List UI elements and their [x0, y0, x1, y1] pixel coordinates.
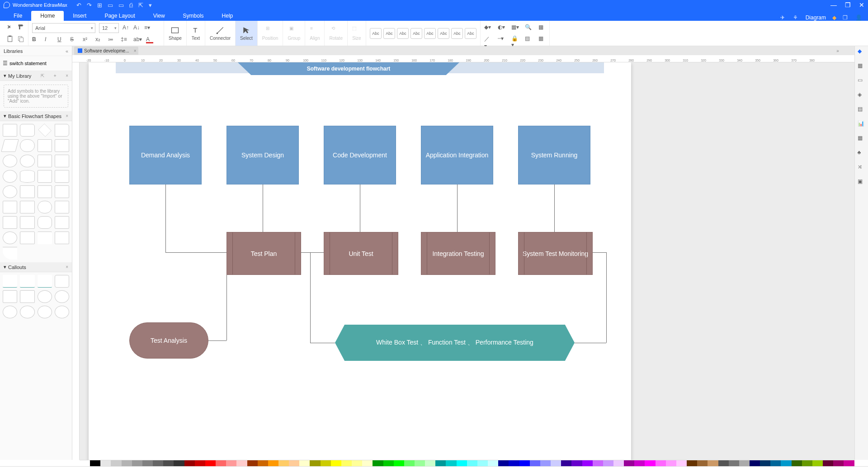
- mylib-close-icon[interactable]: ×: [66, 73, 68, 78]
- sub-test-plan[interactable]: Test Plan: [226, 232, 301, 275]
- layers-icon[interactable]: ▤: [525, 35, 532, 43]
- italic-icon[interactable]: I: [45, 36, 52, 43]
- bullets-icon[interactable]: ≔: [108, 36, 115, 43]
- group-tool[interactable]: ▣Group: [283, 21, 305, 46]
- page[interactable]: Software development flowchart Demand An…: [89, 62, 631, 460]
- user-icon[interactable]: 👤: [855, 14, 862, 21]
- connector[interactable]: [575, 343, 606, 343]
- color-swatch[interactable]: [352, 460, 362, 466]
- shape-item[interactable]: [20, 306, 34, 318]
- shape-item[interactable]: [3, 232, 17, 244]
- color-swatch[interactable]: [195, 460, 205, 466]
- color-swatch[interactable]: [383, 460, 394, 466]
- color-swatch[interactable]: [321, 460, 331, 466]
- image-panel-icon[interactable]: ▭: [858, 77, 866, 85]
- shape-item[interactable]: [20, 155, 34, 167]
- color-swatch[interactable]: [781, 460, 791, 466]
- font-size-select[interactable]: 12: [99, 23, 119, 33]
- color-swatch[interactable]: [205, 460, 216, 466]
- shape-item[interactable]: [38, 123, 52, 137]
- color-swatch[interactable]: [593, 460, 603, 466]
- color-swatch[interactable]: [666, 460, 676, 466]
- format-painter-icon[interactable]: [17, 24, 24, 31]
- decrease-font-icon[interactable]: A↓: [133, 24, 141, 32]
- shape-item[interactable]: [3, 306, 17, 318]
- subscript-icon[interactable]: x₂: [95, 36, 103, 43]
- color-swatch[interactable]: [571, 460, 582, 466]
- shape-item[interactable]: [38, 275, 52, 288]
- shape-item[interactable]: [55, 124, 69, 137]
- color-swatch[interactable]: [739, 460, 750, 466]
- sub-integration-testing[interactable]: Integration Testing: [421, 232, 495, 275]
- shape-item[interactable]: [55, 170, 69, 183]
- connector[interactable]: [165, 252, 226, 253]
- color-swatch[interactable]: [540, 460, 551, 466]
- connector[interactable]: [208, 340, 226, 341]
- color-swatch[interactable]: [498, 460, 509, 466]
- color-swatch[interactable]: [812, 460, 823, 466]
- diamond-icon[interactable]: ◆: [832, 14, 836, 21]
- style-preset-1[interactable]: Abc: [370, 28, 382, 39]
- connector[interactable]: [310, 252, 311, 343]
- color-swatch[interactable]: [425, 460, 435, 466]
- tree-panel-icon[interactable]: ♣: [858, 149, 866, 157]
- library-menu-icon[interactable]: ☰: [3, 60, 8, 66]
- menu-home[interactable]: Home: [31, 11, 64, 21]
- shape-item[interactable]: [3, 290, 17, 303]
- color-swatch[interactable]: [624, 460, 634, 466]
- superscript-icon[interactable]: x²: [83, 36, 90, 43]
- shape-item[interactable]: [3, 275, 17, 288]
- undo-icon[interactable]: ↶: [76, 2, 81, 9]
- shape-item[interactable]: [55, 275, 69, 288]
- underline-icon[interactable]: U: [57, 36, 65, 43]
- color-swatch[interactable]: [760, 460, 770, 466]
- color-swatch[interactable]: [729, 460, 739, 466]
- color-swatch[interactable]: [634, 460, 645, 466]
- color-swatch[interactable]: [561, 460, 571, 466]
- color-swatch[interactable]: [80, 460, 90, 466]
- connector[interactable]: [165, 184, 166, 252]
- shape-item[interactable]: [38, 201, 52, 213]
- shape-item[interactable]: [55, 201, 69, 213]
- diagram-label[interactable]: Diagram: [806, 14, 826, 21]
- shadow-icon[interactable]: ◐▾: [498, 24, 505, 31]
- shape-item[interactable]: [38, 306, 52, 318]
- color-swatch[interactable]: [676, 460, 687, 466]
- text-tool[interactable]: T Text: [187, 21, 205, 46]
- color-swatch[interactable]: [174, 460, 184, 466]
- color-swatch[interactable]: [551, 460, 561, 466]
- color-swatch[interactable]: [415, 460, 425, 466]
- color-swatch[interactable]: [268, 460, 278, 466]
- shuffle-icon[interactable]: ⤭: [858, 164, 866, 172]
- shape-item[interactable]: [38, 185, 52, 198]
- close-tab-icon[interactable]: ×: [134, 48, 137, 53]
- style-preset-4[interactable]: Abc: [410, 28, 422, 39]
- shape-item[interactable]: [55, 232, 69, 244]
- print-icon[interactable]: ⎙: [129, 2, 133, 9]
- send-icon[interactable]: ✈: [780, 14, 787, 21]
- color-swatch[interactable]: [582, 460, 593, 466]
- dash-icon[interactable]: ┄▾: [498, 35, 505, 43]
- color-swatch[interactable]: [299, 460, 310, 466]
- cut-icon[interactable]: [6, 24, 14, 31]
- connector[interactable]: [263, 184, 263, 232]
- position-tool[interactable]: ⊞Position: [258, 21, 283, 46]
- hex-testing-types[interactable]: White Box Test 、 Function Test 、 Perform…: [335, 325, 575, 361]
- shape-item[interactable]: [20, 201, 34, 213]
- bold-icon[interactable]: B: [32, 36, 39, 43]
- menu-file[interactable]: File: [5, 11, 31, 21]
- shape-item[interactable]: [38, 216, 52, 229]
- connector[interactable]: [226, 275, 227, 340]
- comment-icon[interactable]: ▣: [858, 178, 866, 186]
- color-swatch[interactable]: [844, 460, 854, 466]
- shape-item[interactable]: [20, 170, 34, 183]
- connector[interactable]: [593, 252, 606, 253]
- menu-symbols[interactable]: Symbols: [174, 11, 213, 21]
- page-panel-icon[interactable]: ▤: [858, 106, 866, 114]
- color-swatch[interactable]: [216, 460, 226, 466]
- color-swatch[interactable]: [153, 460, 163, 466]
- search-icon[interactable]: 🔍: [525, 24, 532, 31]
- color-swatch[interactable]: [530, 460, 540, 466]
- shape-item[interactable]: [3, 124, 17, 137]
- color-swatch[interactable]: [258, 460, 268, 466]
